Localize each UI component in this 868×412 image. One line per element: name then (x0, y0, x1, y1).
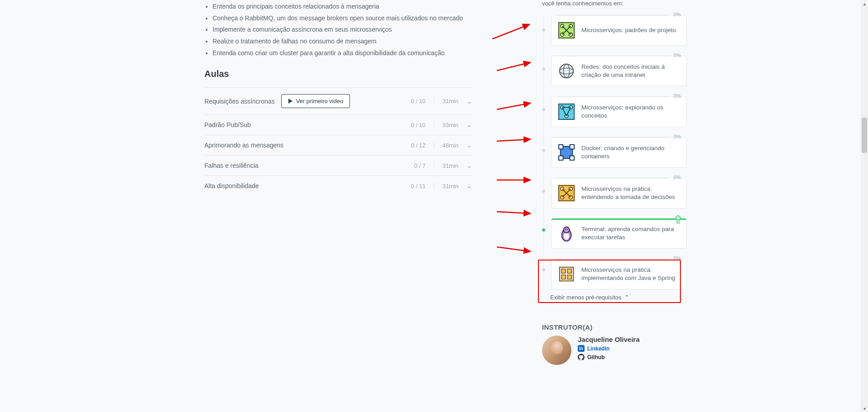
svg-line-0 (492, 24, 529, 39)
chevron-up-icon: ⌃ (624, 294, 629, 301)
timeline-dot-icon (542, 228, 545, 232)
chevron-down-icon[interactable]: ⌄ (467, 182, 472, 189)
prereq-card[interactable]: 0% Microsserviços: padrões de projeto (551, 15, 687, 46)
github-icon (578, 354, 585, 360)
lesson-progress: 0 / 7 (414, 162, 425, 169)
objective-item: Realize o tratamento de falhas no consum… (212, 37, 472, 47)
divider (434, 182, 434, 189)
timeline-dot-icon (542, 67, 545, 71)
divider (434, 162, 434, 169)
prereq-title: Microsserviços: padrões de projeto (581, 26, 676, 34)
prereq-card[interactable]: 0% Microsserviços: explorando os conceit… (551, 96, 687, 127)
svg-point-14 (560, 64, 573, 78)
lesson-title: Padrão Pub/Sub (204, 121, 251, 128)
lesson-row[interactable]: Aprimorando as mensagens 0 / 12 48min ⌄ (204, 135, 472, 156)
arrow-icon (497, 208, 533, 217)
penguin-icon (558, 225, 575, 242)
lesson-title: Falhas e resiliência (204, 162, 259, 169)
arrow-icon (492, 22, 533, 40)
objective-item: Entenda como criar um cluster para garan… (212, 48, 472, 58)
svg-line-6 (497, 247, 530, 251)
svg-rect-28 (570, 156, 575, 161)
prereq-percent: 0% (674, 134, 681, 139)
lesson-progress: 0 / 11 (411, 183, 426, 189)
progress-bar (557, 15, 668, 16)
prereq-card[interactable]: 0% Microsserviços na prática: implementa… (551, 259, 687, 289)
objective-item: Implemente a comunicação assíncrona em s… (212, 25, 472, 35)
show-less-label: Exibir menos pré-requisitos (550, 294, 622, 301)
scroll-up-button[interactable]: ▴ (861, 0, 868, 7)
prereq-card-completed[interactable]: Terminal: aprenda comandos para executar… (551, 218, 687, 249)
svg-rect-27 (559, 156, 563, 161)
show-less-prereqs-link[interactable]: Exibir menos pré-requisitos ⌃ (550, 294, 687, 301)
lesson-duration: 48min (443, 142, 458, 149)
objective-item: Entenda os principais conceitos relacion… (212, 2, 472, 12)
tiles-icon (558, 265, 575, 283)
prereq-title: Redes: dos conceitos iniciais à criação … (581, 63, 679, 79)
chevron-down-icon[interactable]: ⌄ (467, 121, 472, 128)
prereq-title: Docker: criando e gerenciando containers (581, 144, 679, 161)
prereq-percent: 0% (674, 52, 681, 58)
lessons-heading: Aulas (204, 69, 472, 79)
mesh-icon (558, 103, 575, 120)
svg-line-5 (497, 212, 530, 213)
arrow-icon (497, 244, 533, 255)
instructor-name: Jacqueline Oliveira (578, 336, 640, 343)
svg-rect-43 (561, 269, 566, 274)
chevron-down-icon[interactable]: ⌄ (467, 162, 472, 169)
lesson-progress: 0 / 12 (411, 142, 426, 149)
chevron-down-icon[interactable]: ⌄ (467, 98, 472, 105)
lesson-duration: 31min (443, 183, 458, 189)
progress-bar (557, 259, 668, 260)
timeline-dot-icon (542, 108, 545, 111)
timeline-dot-icon (542, 149, 545, 152)
progress-bar (557, 56, 668, 57)
course-objectives-list: Entenda os principais conceitos relacion… (204, 2, 472, 58)
lesson-title: Requisições assíncronas (204, 98, 275, 105)
lesson-row[interactable]: Requisições assíncronas Ver primeiro vid… (204, 87, 472, 115)
lesson-progress: 0 / 10 (411, 98, 426, 104)
lesson-row[interactable]: Falhas e resiliência 0 / 7 31min ⌄ (204, 156, 472, 176)
chevron-down-icon[interactable]: ⌄ (467, 142, 472, 149)
svg-line-2 (497, 103, 530, 109)
arrow-icon (497, 136, 533, 145)
globe-icon (558, 62, 575, 80)
instructor-avatar (542, 336, 571, 365)
prereq-percent: 0% (674, 256, 681, 261)
lesson-progress: 0 / 10 (411, 122, 426, 128)
prereq-card[interactable]: 0% Microsserviços na prática: entendendo… (551, 178, 687, 208)
divider (434, 121, 434, 128)
prereq-title: Microsserviços: explorando os conceitos (581, 104, 679, 120)
svg-point-40 (565, 229, 566, 230)
linkedin-icon: in (578, 345, 585, 352)
prereq-title: Microsserviços na prática: implementando… (581, 266, 679, 282)
lessons-list: Requisições assíncronas Ver primeiro vid… (204, 87, 472, 196)
prereq-title: Microsserviços na prática: entendendo a … (581, 185, 679, 201)
mesh-icon (558, 22, 575, 39)
instructor-linkedin-link[interactable]: in Linkedin (578, 345, 640, 352)
scroll-thumb[interactable] (862, 118, 867, 153)
progress-bar (557, 97, 668, 97)
svg-line-3 (497, 139, 530, 141)
arrow-icon (497, 100, 533, 111)
github-label: Github (587, 354, 605, 360)
prereq-card[interactable]: 0% Redes: dos conceitos iniciais à criaç… (551, 56, 687, 86)
divider (434, 142, 434, 149)
timeline-dot-icon (542, 268, 545, 271)
instructor-github-link[interactable]: Github (578, 354, 640, 360)
scrollbar[interactable]: ▴ ▾ (861, 0, 868, 365)
lesson-row[interactable]: Alta disponibilidade 0 / 11 31min ⌄ (204, 176, 472, 196)
svg-rect-25 (559, 145, 563, 149)
watch-first-video-label: Ver primeiro video (296, 98, 344, 104)
svg-rect-46 (567, 275, 572, 279)
svg-rect-26 (570, 145, 575, 149)
play-icon (288, 99, 293, 104)
prereq-intro-text: você tenha conhecimentos em: (542, 0, 687, 7)
timeline-dot-icon (542, 189, 545, 193)
arrow-icon (497, 175, 533, 185)
lesson-row[interactable]: Padrão Pub/Sub 0 / 10 33min ⌄ (204, 115, 472, 135)
prereq-card[interactable]: 0% Docker: criando e gerenciando contain… (551, 137, 687, 168)
linkedin-label: Linkedin (587, 346, 609, 352)
watch-first-video-button[interactable]: Ver primeiro video (281, 94, 350, 108)
svg-rect-44 (567, 269, 572, 274)
